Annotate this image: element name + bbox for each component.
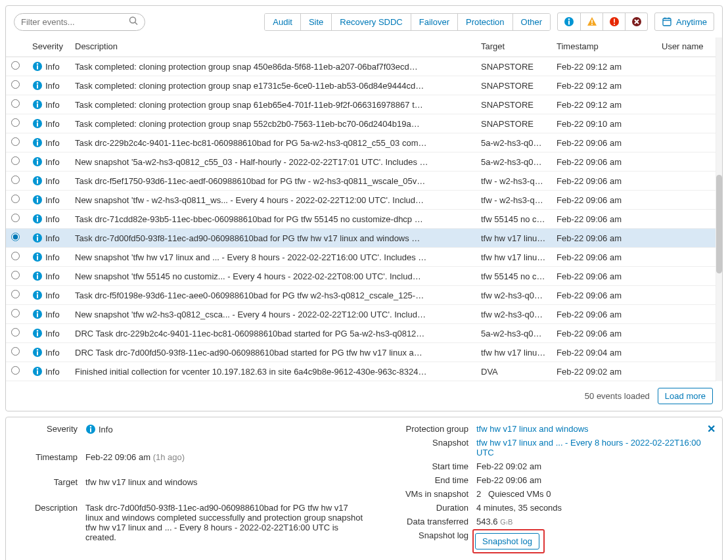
search-wrapper xyxy=(14,13,145,31)
row-selector[interactable] xyxy=(11,99,20,108)
scrollbar[interactable] xyxy=(716,37,722,381)
col-severity[interactable]: Severity xyxy=(27,37,70,57)
filter-audit[interactable]: Audit xyxy=(265,14,300,30)
col-timestamp[interactable]: Timestamp xyxy=(551,37,656,57)
col-target[interactable]: Target xyxy=(476,37,551,57)
row-selector[interactable] xyxy=(11,271,20,279)
row-selector[interactable] xyxy=(11,309,20,317)
filter-failover[interactable]: Failover xyxy=(411,14,457,30)
table-row[interactable]: InfoTask drc-71cdd82e-93b5-11ec-bbec-060… xyxy=(6,210,722,229)
info-icon xyxy=(32,366,43,377)
load-more-button[interactable]: Load more xyxy=(658,388,713,404)
filter-recovery-sddc[interactable]: Recovery SDDC xyxy=(331,14,410,30)
table-row[interactable]: InfoTask drc-f5f0198e-93d6-11ec-aee0-060… xyxy=(6,286,722,305)
table-row[interactable]: InfoTask drc-f5ef1750-93d6-11ec-aedf-060… xyxy=(6,172,722,191)
row-target: tfw - w2-hs3-q… xyxy=(476,172,551,191)
sev-filter-info[interactable] xyxy=(558,13,580,30)
table-row[interactable]: InfoNew snapshot 'tfw 55145 no customiz.… xyxy=(6,267,722,286)
table-row[interactable]: InfoNew snapshot '5a-w2-hs3-q0812_c55_03… xyxy=(6,152,722,172)
row-severity: Info xyxy=(45,233,60,243)
row-description: Task drc-7d00fd50-93f8-11ec-ad90-0609886… xyxy=(70,229,476,248)
row-description: Task drc-71cdd82e-93b5-11ec-bbec-0609886… xyxy=(70,210,476,229)
row-description: Task drc-f5f0198e-93d6-11ec-aee0-0609886… xyxy=(70,286,476,305)
row-username xyxy=(656,57,722,76)
row-selector[interactable] xyxy=(11,195,20,203)
row-severity: Info xyxy=(45,138,60,148)
row-username xyxy=(656,76,722,95)
row-timestamp: Feb-22 09:06 am xyxy=(551,210,656,229)
row-selector[interactable] xyxy=(11,233,20,241)
detail-target-label: Target xyxy=(15,477,78,487)
row-timestamp: Feb-22 09:04 am xyxy=(551,343,656,362)
detail-qvms-value: 0 xyxy=(546,489,551,499)
table-row[interactable]: InfoTask completed: cloning protection g… xyxy=(6,95,722,114)
row-timestamp: Feb-22 09:10 am xyxy=(551,114,656,133)
col-description[interactable]: Description xyxy=(70,37,476,57)
col-username[interactable]: User name xyxy=(656,37,722,57)
table-row[interactable]: InfoTask completed: cloning protection g… xyxy=(6,76,722,95)
critical-icon xyxy=(631,16,642,27)
detail-snapshot-link[interactable]: tfw hw v17 linux and ... - Every 8 hours… xyxy=(476,438,713,457)
search-input[interactable] xyxy=(14,13,145,31)
snapshot-log-button[interactable]: Snapshot log xyxy=(475,533,539,549)
row-timestamp: Feb-22 09:06 am xyxy=(551,248,656,267)
table-row[interactable]: InfoNew snapshot 'tfw w2-hs3-q0812_csca.… xyxy=(6,305,722,324)
event-details-panel: ✕ Severity Info Timestamp Feb-22 09:06 a… xyxy=(5,417,723,560)
table-row[interactable]: InfoTask completed: cloning protection g… xyxy=(6,114,722,133)
timerange-button[interactable]: Anytime xyxy=(654,12,714,31)
row-timestamp: Feb-22 09:06 am xyxy=(551,229,656,248)
close-details-button[interactable]: ✕ xyxy=(707,423,716,435)
table-row[interactable]: InfoNew snapshot 'tfw - w2-hs3-q0811_ws.… xyxy=(6,191,722,210)
table-row[interactable]: InfoFinished initial collection for vcen… xyxy=(6,362,722,381)
detail-pg-link[interactable]: tfw hw v17 linux and windows xyxy=(476,424,713,434)
row-username xyxy=(656,248,722,267)
row-timestamp: Feb-22 09:06 am xyxy=(551,152,656,172)
table-row[interactable]: InfoNew snapshot 'tfw hw v17 linux and .… xyxy=(6,248,722,267)
events-toolbar: Audit Site Recovery SDDC Failover Protec… xyxy=(6,6,722,37)
table-row[interactable]: InfoTask completed: cloning protection g… xyxy=(6,57,722,76)
table-row[interactable]: InfoDRC Task drc-7d00fd50-93f8-11ec-ad90… xyxy=(6,343,722,362)
detail-timestamp-label: Timestamp xyxy=(15,452,78,462)
info-icon xyxy=(32,118,43,129)
row-selector[interactable] xyxy=(11,347,20,356)
detail-description-value: Task drc-7d00fd50-93f8-11ec-ad90-0609886… xyxy=(85,503,363,542)
sev-filter-error[interactable] xyxy=(603,13,625,30)
detail-end-value: Feb-22 09:06 am xyxy=(476,475,713,485)
row-selector[interactable] xyxy=(11,80,20,89)
row-username xyxy=(656,305,722,324)
sev-filter-warn[interactable] xyxy=(580,13,603,30)
info-icon xyxy=(32,271,43,281)
table-row[interactable]: InfoTask drc-229b2c4c-9401-11ec-bc81-060… xyxy=(6,133,722,152)
row-username xyxy=(656,324,722,343)
info-icon xyxy=(564,16,574,27)
events-panel: Audit Site Recovery SDDC Failover Protec… xyxy=(5,5,723,411)
row-username xyxy=(656,229,722,248)
table-row[interactable]: InfoDRC Task drc-229b2c4c-9401-11ec-bc81… xyxy=(6,324,722,343)
table-row[interactable]: InfoTask drc-7d00fd50-93f8-11ec-ad90-060… xyxy=(6,229,722,248)
row-selector[interactable] xyxy=(11,366,20,375)
row-selector[interactable] xyxy=(11,290,20,298)
row-target: DVA xyxy=(476,362,551,381)
row-severity: Info xyxy=(45,81,60,91)
info-icon xyxy=(32,61,43,72)
row-selector[interactable] xyxy=(11,118,20,127)
row-selector[interactable] xyxy=(11,214,20,222)
detail-data-label: Data transferred xyxy=(383,517,468,526)
row-selector[interactable] xyxy=(11,175,20,184)
scrollbar-thumb[interactable] xyxy=(716,175,722,273)
row-target: tfw - w2-hs3-q… xyxy=(476,191,551,210)
detail-vms-label: VMs in snapshot xyxy=(383,489,468,499)
info-icon xyxy=(85,424,96,434)
row-selector[interactable] xyxy=(11,137,20,146)
error-icon xyxy=(609,16,620,27)
row-selector[interactable] xyxy=(11,252,20,260)
row-selector[interactable] xyxy=(11,328,20,337)
filter-other[interactable]: Other xyxy=(512,14,551,30)
filter-protection[interactable]: Protection xyxy=(457,14,512,30)
calendar-icon xyxy=(662,16,672,27)
row-selector[interactable] xyxy=(11,61,20,70)
filter-site[interactable]: Site xyxy=(300,14,331,30)
info-icon xyxy=(32,252,43,262)
sev-filter-critical[interactable] xyxy=(625,13,647,30)
row-selector[interactable] xyxy=(11,156,20,165)
